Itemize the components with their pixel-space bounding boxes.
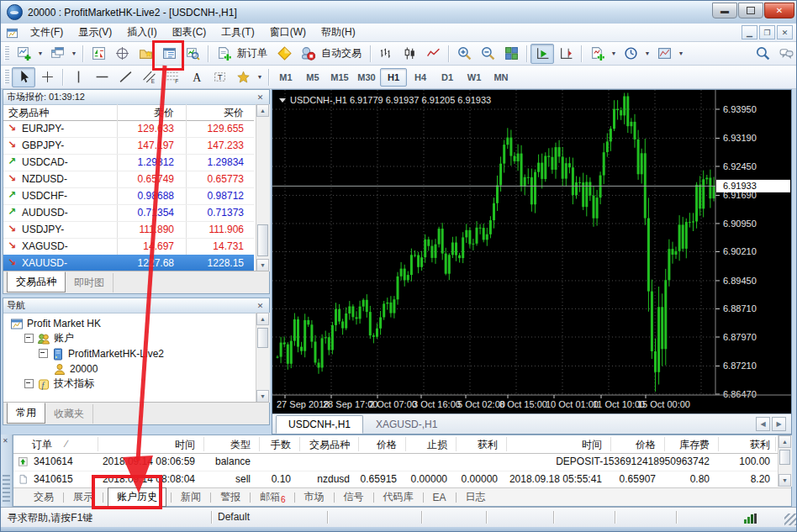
- shapes-tool-button[interactable]: [231, 67, 255, 87]
- menu-item-4[interactable]: 工具(T): [214, 24, 261, 41]
- market-watch-button[interactable]: [87, 44, 110, 64]
- navigator-item[interactable]: ProfitMarketHK-Live2: [39, 346, 164, 361]
- profiles-button-dropdown[interactable]: ▼: [69, 45, 79, 63]
- menu-item-3[interactable]: 图表(C): [165, 24, 214, 41]
- terminal-tab-代码库[interactable]: 代码库: [378, 488, 419, 506]
- child-restore-button[interactable]: ❐: [759, 25, 775, 40]
- column-ask[interactable]: 买价: [224, 106, 244, 120]
- candlestick-chart[interactable]: 6.939506.931906.924506.916906.909506.902…: [272, 90, 791, 416]
- terminal-row-balance[interactable]: 34106142018.09.14 08:06:59balanceDEPOSIT…: [13, 453, 779, 471]
- new-chart-button-dropdown[interactable]: ▼: [35, 45, 45, 63]
- terminal-scrollbar[interactable]: ▲ ▼: [778, 435, 792, 487]
- trendline-tool-button[interactable]: [113, 67, 137, 87]
- chart-tab[interactable]: XAGUSD-,H1: [363, 415, 450, 434]
- zoom-out-button[interactable]: [476, 44, 499, 64]
- column-bid[interactable]: 卖价: [154, 106, 174, 120]
- timeframe-h1-button[interactable]: H1: [380, 68, 407, 87]
- market-watch-row[interactable]: ↘USDJPY-111.890111.906: [3, 221, 254, 239]
- scroll-down-icon[interactable]: ▼: [256, 259, 269, 271]
- candlestick-chart-button[interactable]: [398, 44, 421, 64]
- auto-scroll-button[interactable]: [530, 44, 554, 64]
- market-watch-row[interactable]: ↘XAUUSD-1227.681228.15: [3, 255, 254, 272]
- terminal-column-header[interactable]: 时间: [582, 438, 602, 452]
- terminal-tab-警报[interactable]: 警报: [215, 488, 245, 506]
- terminal-column-header[interactable]: 库存费: [679, 438, 710, 452]
- periods-button-dropdown[interactable]: ▼: [642, 45, 652, 63]
- scroll-thumb[interactable]: [257, 328, 268, 348]
- periods-button[interactable]: [619, 44, 642, 64]
- menu-item-2[interactable]: 插入(I): [119, 24, 164, 41]
- crosshair-tool-button[interactable]: [35, 67, 59, 87]
- navigator-scrollbar[interactable]: ▲ ▼: [256, 313, 270, 403]
- search-button[interactable]: [751, 44, 774, 64]
- navigator-item[interactable]: f技术指标: [24, 377, 94, 391]
- navigator-item[interactable]: 账户: [24, 331, 74, 345]
- timeframe-mn-button[interactable]: MN: [488, 68, 515, 87]
- new-chart-button[interactable]: [12, 44, 35, 64]
- terminal-column-header[interactable]: 获利: [750, 438, 770, 452]
- terminal-tab-邮箱[interactable]: 邮箱6: [255, 488, 290, 506]
- terminal-column-header[interactable]: 价格: [377, 438, 397, 452]
- shapes-tool-button-dropdown[interactable]: ▼: [255, 68, 265, 87]
- menu-item-6[interactable]: 帮助(H): [314, 24, 363, 41]
- templates-button[interactable]: [652, 44, 676, 64]
- horizontal-line-tool-button[interactable]: [90, 67, 113, 87]
- terminal-column-header[interactable]: 止损: [427, 438, 447, 452]
- indicators-button[interactable]: [585, 44, 609, 64]
- timeframe-m30-button[interactable]: M30: [353, 68, 380, 87]
- timeframe-m5-button[interactable]: M5: [299, 68, 326, 87]
- cursor-tool-button[interactable]: [12, 67, 35, 87]
- new-order-button[interactable]: [212, 44, 235, 64]
- minimize-button[interactable]: ▬: [712, 3, 737, 18]
- navigator-tab[interactable]: 收藏夹: [45, 404, 93, 424]
- terminal-column-header[interactable]: 交易品种: [309, 438, 350, 452]
- bar-chart-button[interactable]: [374, 44, 398, 64]
- market-watch-row[interactable]: ↘EURJPY-129.633129.655: [3, 120, 254, 138]
- scroll-down-icon[interactable]: ▼: [256, 390, 269, 403]
- scroll-thumb[interactable]: [257, 224, 268, 256]
- vertical-line-tool-button[interactable]: [66, 67, 90, 87]
- timeframe-d1-button[interactable]: D1: [434, 68, 461, 87]
- market-watch-row[interactable]: ↗AUDUSD-0.713540.71373: [3, 204, 254, 222]
- terminal-tab-信号[interactable]: 信号: [339, 488, 369, 506]
- chat-button[interactable]: [774, 44, 797, 64]
- market-watch-close-icon[interactable]: ✕: [255, 92, 266, 103]
- market-watch-row[interactable]: ↘XAGUSD-14.69714.731: [3, 238, 254, 255]
- terminal-column-header[interactable]: 订单: [32, 438, 52, 452]
- timeframe-m1-button[interactable]: M1: [272, 68, 299, 87]
- zoom-in-button[interactable]: [452, 44, 476, 64]
- chart-shift-button[interactable]: [554, 44, 578, 64]
- market-watch-tab[interactable]: 即时图: [66, 273, 113, 292]
- market-watch-row[interactable]: ↘GBPJPY-147.197147.233: [3, 137, 254, 155]
- text-tool-button[interactable]: A: [184, 67, 208, 87]
- terminal-tab-EA[interactable]: EA: [428, 490, 451, 505]
- market-watch-row[interactable]: ↗USDCHF-0.986880.98712: [3, 187, 254, 205]
- indicators-button-dropdown[interactable]: ▼: [609, 45, 619, 63]
- chart-canvas[interactable]: 6.939506.931906.924506.916906.909506.902…: [272, 90, 791, 413]
- metaeditor-button[interactable]: [272, 44, 296, 64]
- terminal-tab-日志[interactable]: 日志: [461, 488, 491, 506]
- scroll-right-icon[interactable]: ▶: [772, 417, 786, 431]
- timeframe-w1-button[interactable]: W1: [461, 68, 488, 87]
- timeframe-h4-button[interactable]: H4: [407, 68, 434, 87]
- market-watch-tab[interactable]: 交易品种: [7, 271, 66, 292]
- market-watch-row[interactable]: ↘NZDUSD-0.657490.65773: [3, 171, 254, 188]
- autotrading-button[interactable]: [296, 44, 319, 64]
- timeframe-m15-button[interactable]: M15: [326, 68, 353, 87]
- tree-collapse-icon[interactable]: [24, 379, 34, 388]
- menu-item-5[interactable]: 窗口(W): [262, 24, 314, 41]
- terminal-column-header[interactable]: 类型: [230, 438, 251, 452]
- market-watch-row[interactable]: ↗USDCAD-1.298121.29834: [3, 154, 254, 171]
- terminal-column-header[interactable]: 手数: [271, 438, 291, 452]
- text-label-tool-button[interactable]: T: [208, 67, 231, 87]
- scroll-left-icon[interactable]: ◀: [756, 417, 770, 431]
- tree-collapse-icon[interactable]: [39, 349, 48, 358]
- data-window-button[interactable]: [110, 44, 134, 64]
- terminal-column-header[interactable]: 时间: [175, 438, 195, 452]
- navigator-item[interactable]: Profit Market HK: [10, 316, 101, 330]
- terminal-column-header[interactable]: 价格: [636, 438, 656, 452]
- line-chart-button[interactable]: [421, 44, 445, 64]
- chart-tab[interactable]: USDCNH-,H1: [276, 415, 363, 434]
- scroll-down-icon[interactable]: ▼: [779, 474, 791, 487]
- restore-button[interactable]: [738, 3, 763, 18]
